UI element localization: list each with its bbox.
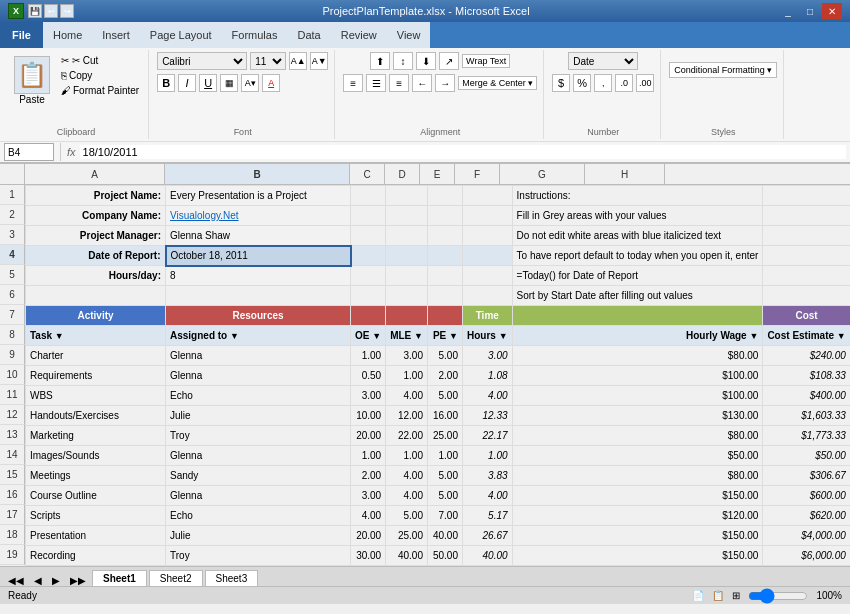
cell-h8[interactable]: Cost Estimate ▼ [763,326,850,346]
row-num-2[interactable]: 2 [0,205,25,225]
row-num-19[interactable]: 19 [0,545,25,565]
cell-e14[interactable]: 1.00 [427,446,462,466]
cell-b13[interactable]: Troy [166,426,351,446]
cell-g4[interactable]: To have report default to today when you… [512,246,763,266]
cell-g1[interactable]: Instructions: [512,186,763,206]
cell-b18[interactable]: Julie [166,526,351,546]
cell-d18[interactable]: 25.00 [386,526,428,546]
cell-e7[interactable] [427,306,462,326]
cell-b1[interactable]: Every Presentation is a Project [166,186,351,206]
cell-b4[interactable]: October 18, 2011 [166,246,351,266]
row-num-10[interactable]: 10 [0,365,25,385]
undo-icon[interactable]: ↩ [44,4,58,18]
cell-d6[interactable] [386,286,428,306]
cell-b2[interactable]: Visualology.Net [166,206,351,226]
copy-button[interactable]: ⎘Copy [58,69,142,82]
cell-h5[interactable] [763,266,850,286]
cell-d10[interactable]: 1.00 [386,366,428,386]
cell-g17[interactable]: $120.00 [512,506,763,526]
cell-c10[interactable]: 0.50 [351,366,386,386]
cell-g2[interactable]: Fill in Grey areas with your values [512,206,763,226]
cell-c7[interactable] [351,306,386,326]
cell-b15[interactable]: Sandy [166,466,351,486]
insert-menu[interactable]: Insert [92,22,140,48]
col-header-g[interactable]: G [500,164,585,184]
cell-f3[interactable] [462,226,512,246]
cell-e3[interactable] [427,226,462,246]
cell-a13[interactable]: Marketing [26,426,166,446]
cell-b16[interactable]: Glenna [166,486,351,506]
row-num-5[interactable]: 5 [0,265,25,285]
data-menu[interactable]: Data [287,22,330,48]
row-num-12[interactable]: 12 [0,405,25,425]
cell-b7[interactable]: Resources [166,306,351,326]
cell-h19[interactable]: $6,000.00 [763,546,850,566]
cell-h9[interactable]: $240.00 [763,346,850,366]
cell-c11[interactable]: 3.00 [351,386,386,406]
cell-d9[interactable]: 3.00 [386,346,428,366]
col-header-e[interactable]: E [420,164,455,184]
cell-a14[interactable]: Images/Sounds [26,446,166,466]
review-menu[interactable]: Review [331,22,387,48]
italic-button[interactable]: I [178,74,196,92]
row-num-18[interactable]: 18 [0,525,25,545]
cell-a4[interactable]: Date of Report: [26,246,166,266]
shrink-font-button[interactable]: A▼ [310,52,328,70]
maximize-button[interactable]: □ [800,3,820,19]
cell-a8[interactable]: Task ▼ [26,326,166,346]
cell-g14[interactable]: $50.00 [512,446,763,466]
redo-icon[interactable]: ↪ [60,4,74,18]
cell-h16[interactable]: $600.00 [763,486,850,506]
cell-f19[interactable]: 40.00 [462,546,512,566]
cell-f9[interactable]: 3.00 [462,346,512,366]
row-num-11[interactable]: 11 [0,385,25,405]
cell-c4[interactable] [351,246,386,266]
cell-d8[interactable]: MLE ▼ [386,326,428,346]
cell-c2[interactable] [351,206,386,226]
cell-c15[interactable]: 2.00 [351,466,386,486]
sheet-nav-next[interactable]: ▶ [48,575,64,586]
align-center-button[interactable]: ☰ [366,74,386,92]
row-num-1[interactable]: 1 [0,185,25,205]
align-left-button[interactable]: ≡ [343,74,363,92]
sheet-nav-prev[interactable]: ◀ [30,575,46,586]
cell-c3[interactable] [351,226,386,246]
cell-c14[interactable]: 1.00 [351,446,386,466]
zoom-slider[interactable] [748,592,808,600]
cell-f13[interactable]: 22.17 [462,426,512,446]
cell-b12[interactable]: Julie [166,406,351,426]
sheet-tab-3[interactable]: Sheet3 [205,570,259,586]
align-top-button[interactable]: ⬆ [370,52,390,70]
cell-c1[interactable] [351,186,386,206]
cell-h11[interactable]: $400.00 [763,386,850,406]
dollar-button[interactable]: $ [552,74,570,92]
cell-a15[interactable]: Meetings [26,466,166,486]
cell-h2[interactable] [763,206,850,226]
cell-d3[interactable] [386,226,428,246]
cell-a17[interactable]: Scripts [26,506,166,526]
cell-h10[interactable]: $108.33 [763,366,850,386]
minimize-button[interactable]: _ [778,3,798,19]
cell-d12[interactable]: 12.00 [386,406,428,426]
sheet-tab-1[interactable]: Sheet1 [92,570,147,586]
row-num-8[interactable]: 8 [0,325,25,345]
cell-e18[interactable]: 40.00 [427,526,462,546]
col-header-d[interactable]: D [385,164,420,184]
cell-a2[interactable]: Company Name: [26,206,166,226]
cell-d7[interactable] [386,306,428,326]
cell-f2[interactable] [462,206,512,226]
merge-center-button[interactable]: Merge & Center ▾ [458,76,537,90]
cell-g19[interactable]: $150.00 [512,546,763,566]
paste-button[interactable]: 📋 Paste [10,52,54,109]
cell-g18[interactable]: $150.00 [512,526,763,546]
cell-f7[interactable]: Time [462,306,512,326]
row-num-13[interactable]: 13 [0,425,25,445]
cell-a9[interactable]: Charter [26,346,166,366]
cell-e12[interactable]: 16.00 [427,406,462,426]
font-name-select[interactable]: Calibri [157,52,247,70]
align-middle-button[interactable]: ↕ [393,52,413,70]
cell-g10[interactable]: $100.00 [512,366,763,386]
border-button[interactable]: ▦ [220,74,238,92]
cell-a18[interactable]: Presentation [26,526,166,546]
cell-b3[interactable]: Glenna Shaw [166,226,351,246]
